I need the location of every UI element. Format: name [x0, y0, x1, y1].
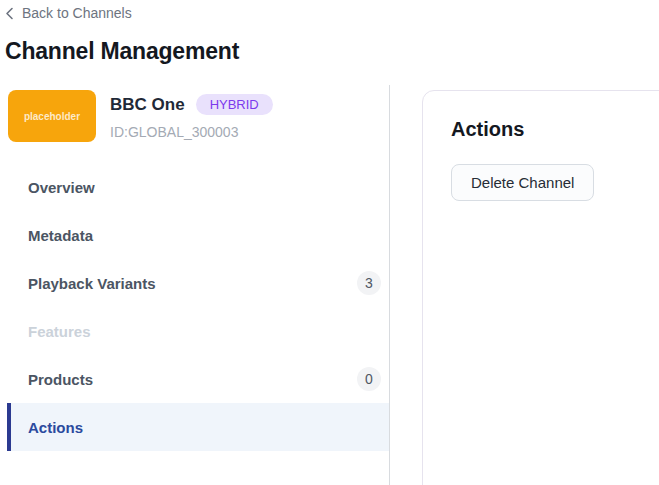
nav-item-label: Features	[28, 323, 91, 340]
nav-item-metadata[interactable]: Metadata	[7, 211, 389, 259]
playback-variants-count-badge: 3	[357, 271, 381, 295]
nav-item-label: Overview	[28, 179, 95, 196]
channel-header: placeholder BBC One HYBRID ID:GLOBAL_300…	[8, 90, 377, 142]
nav-item-label: Playback Variants	[28, 275, 156, 292]
channel-sidebar: placeholder BBC One HYBRID ID:GLOBAL_300…	[0, 85, 390, 485]
nav-item-overview[interactable]: Overview	[7, 163, 389, 211]
nav-item-features: Features	[7, 307, 389, 355]
channel-id: ID:GLOBAL_300003	[110, 124, 273, 140]
channel-name: BBC One	[110, 95, 185, 115]
channel-type-badge: HYBRID	[196, 94, 273, 115]
products-count-badge: 0	[357, 367, 381, 391]
nav-item-label: Actions	[28, 419, 83, 436]
back-link-label: Back to Channels	[22, 5, 132, 21]
chevron-left-icon	[5, 7, 14, 20]
nav-item-products[interactable]: Products 0	[7, 355, 389, 403]
thumbnail-placeholder-text: placeholder	[24, 111, 80, 122]
actions-panel-title: Actions	[451, 118, 659, 141]
channel-meta: BBC One HYBRID ID:GLOBAL_300003	[110, 90, 273, 142]
back-to-channels-link[interactable]: Back to Channels	[5, 5, 132, 21]
channel-nav: Overview Metadata Playback Variants 3 Fe…	[0, 163, 389, 451]
nav-item-playback-variants[interactable]: Playback Variants 3	[7, 259, 389, 307]
nav-item-label: Products	[28, 371, 93, 388]
nav-item-actions[interactable]: Actions	[7, 403, 389, 451]
page-title: Channel Management	[5, 38, 239, 65]
nav-item-label: Metadata	[28, 227, 93, 244]
channel-thumbnail: placeholder	[8, 90, 96, 142]
delete-channel-button[interactable]: Delete Channel	[451, 164, 594, 201]
actions-panel: Actions Delete Channel	[422, 90, 659, 485]
